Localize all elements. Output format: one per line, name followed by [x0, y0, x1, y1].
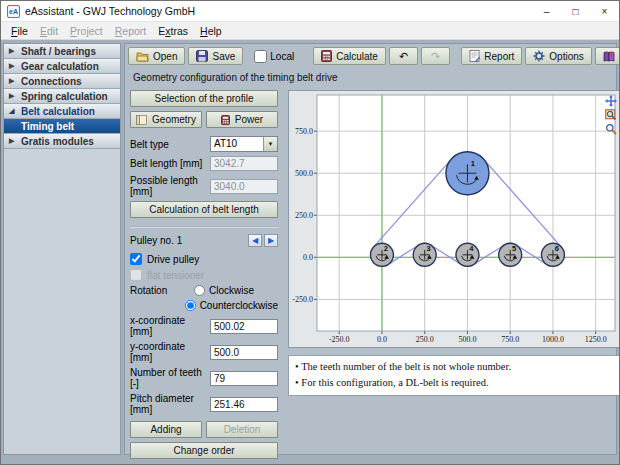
local-checkbox-row[interactable]: Local	[246, 50, 302, 63]
help-button[interactable]: Help	[595, 47, 619, 65]
svg-text:1250.0: 1250.0	[585, 335, 607, 344]
belt-diagram-panel[interactable]: -250.00.0250.0500.0750.01000.01250.0-250…	[288, 90, 619, 348]
maximize-button[interactable]: □	[561, 1, 590, 21]
sidebar-item-spring-calculation[interactable]: ▶ Spring calculation	[4, 89, 120, 104]
belt-diagram[interactable]: -250.00.0250.0500.0750.01000.01250.0-250…	[289, 91, 619, 349]
previous-pulley-button[interactable]: ◀	[248, 234, 262, 247]
menu-extras[interactable]: Extras	[152, 23, 194, 39]
svg-text:6: 6	[555, 244, 559, 253]
clockwise-option[interactable]: Clockwise	[194, 285, 254, 296]
chart-toolbar	[604, 94, 617, 135]
report-document-icon	[469, 50, 480, 62]
y-coordinate-field[interactable]	[210, 345, 278, 360]
section-header: Geometry configuration of the timing bel…	[125, 68, 616, 86]
change-order-button[interactable]: Change order	[130, 442, 278, 459]
sidebar-item-shaft-bearings[interactable]: ▶ Shaft / bearings	[4, 44, 120, 59]
main-panel: Open Save Local Calculate ↶	[124, 43, 617, 455]
zoom-out-icon[interactable]	[604, 122, 617, 135]
pitch-diameter-label: Pitch diameter [mm]	[130, 393, 210, 415]
drive-pulley-row: Drive pulley	[130, 253, 278, 265]
sidebar-item-label: Timing belt	[21, 121, 74, 132]
save-button[interactable]: Save	[188, 47, 243, 65]
messages-panel: The teeth number of the belt is not whol…	[288, 355, 619, 396]
pan-move-icon[interactable]	[604, 94, 617, 107]
profile-selection-button[interactable]: Selection of the profile	[130, 90, 278, 107]
collapsed-triangle-icon: ▶	[9, 137, 17, 145]
close-button[interactable]: ×	[590, 1, 619, 21]
number-of-teeth-field[interactable]	[210, 371, 278, 386]
redo-button[interactable]: ↷	[421, 47, 450, 65]
rotation-label: Rotation	[130, 285, 194, 296]
svg-text:-250.0: -250.0	[329, 335, 350, 344]
power-label: Power	[235, 114, 263, 125]
sidebar-item-label: Gear calculation	[21, 61, 99, 72]
x-coordinate-field[interactable]	[210, 319, 278, 334]
belt-form: Selection of the profile Geometry Power	[130, 90, 278, 463]
options-label: Options	[549, 51, 583, 62]
sidebar-item-belt-calculation[interactable]: ◢ Belt calculation	[4, 104, 120, 119]
drive-pulley-checkbox[interactable]	[130, 253, 142, 265]
local-checkbox[interactable]	[254, 50, 267, 63]
svg-text:750.0: 750.0	[295, 127, 313, 136]
open-button[interactable]: Open	[128, 47, 185, 65]
save-label: Save	[212, 51, 235, 62]
possible-length-label: Possible length [mm]	[130, 175, 210, 197]
form-divider	[130, 226, 278, 228]
expanded-triangle-icon: ◢	[9, 107, 17, 115]
sidebar-item-timing-belt[interactable]: Timing belt	[4, 119, 120, 134]
counterclockwise-option[interactable]: Counterclockwise	[185, 300, 278, 311]
sidebar-item-label: Belt calculation	[21, 106, 95, 117]
number-of-teeth-label: Number of teeth [-]	[130, 367, 210, 389]
minimize-button[interactable]: –	[532, 1, 561, 21]
geometry-button[interactable]: Geometry	[130, 111, 202, 128]
next-pulley-button[interactable]: ▶	[264, 234, 278, 247]
sidebar-item-connections[interactable]: ▶ Connections	[4, 74, 120, 89]
clockwise-label: Clockwise	[209, 285, 254, 296]
sidebar-item-label: Shaft / bearings	[21, 46, 96, 57]
report-button[interactable]: Report	[461, 47, 522, 65]
pitch-diameter-field[interactable]	[210, 397, 278, 412]
sidebar-item-label: Gratis modules	[21, 136, 94, 147]
sidebar-item-gear-calculation[interactable]: ▶ Gear calculation	[4, 59, 120, 74]
options-button[interactable]: Options	[525, 47, 591, 65]
belt-type-label: Belt type	[130, 139, 169, 150]
app-icon: eA	[7, 5, 20, 18]
power-button[interactable]: Power	[206, 111, 278, 128]
svg-text:1000.0: 1000.0	[542, 335, 564, 344]
counterclockwise-radio[interactable]	[185, 300, 196, 311]
belt-type-value: AT10	[211, 137, 263, 151]
local-label: Local	[270, 51, 294, 62]
adding-button[interactable]: Adding	[130, 421, 202, 438]
clockwise-radio[interactable]	[194, 285, 205, 296]
menu-edit[interactable]: Edit	[34, 23, 64, 39]
window-title: eAssistant - GWJ Technology GmbH	[25, 5, 532, 17]
menu-project[interactable]: Project	[64, 23, 109, 39]
floppy-disk-icon	[196, 50, 208, 62]
chevron-down-icon[interactable]: ▼	[263, 137, 277, 151]
calc-belt-length-button[interactable]: Calculation of belt length	[130, 201, 278, 218]
svg-text:-250.0: -250.0	[292, 295, 313, 304]
toolbar: Open Save Local Calculate ↶	[125, 44, 616, 68]
undo-button[interactable]: ↶	[389, 47, 418, 65]
sidebar-item-gratis-modules[interactable]: ▶ Gratis modules	[4, 134, 120, 149]
collapsed-triangle-icon: ▶	[9, 47, 17, 55]
undo-icon: ↶	[399, 51, 408, 62]
zoom-selection-icon[interactable]	[604, 108, 617, 121]
menu-file[interactable]: File	[5, 23, 34, 39]
deletion-button: Deletion	[206, 421, 278, 438]
menu-bar: File Edit Project Report Extras Help	[1, 22, 619, 40]
y-coordinate-label: y-coordinate [mm]	[130, 341, 210, 363]
svg-text:750.0: 750.0	[501, 335, 519, 344]
belt-type-dropdown[interactable]: AT10 ▼	[210, 136, 278, 152]
sidebar-item-label: Connections	[21, 76, 82, 87]
open-label: Open	[153, 51, 177, 62]
folder-open-icon	[136, 51, 149, 62]
svg-text:2: 2	[384, 244, 388, 253]
menu-help[interactable]: Help	[194, 23, 228, 39]
calculate-button[interactable]: Calculate	[313, 47, 386, 65]
menu-report[interactable]: Report	[109, 23, 153, 39]
svg-text:0.0: 0.0	[377, 335, 387, 344]
geometry-label: Geometry	[152, 114, 196, 125]
tools-gear-icon	[533, 50, 545, 62]
pulley-nav-label: Pulley no. 1	[130, 235, 182, 246]
